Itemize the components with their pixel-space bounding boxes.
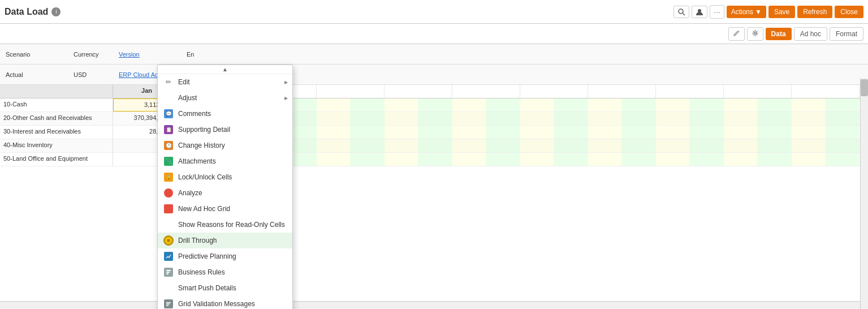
drill-through-icon — [163, 235, 174, 246]
svg-rect-4 — [166, 270, 171, 271]
menu-label-change-history: Change History — [178, 141, 225, 149]
menu-label-analyze: Analyze — [178, 189, 202, 197]
menu-item-change-history[interactable]: 🕐 Change History — [158, 138, 292, 153]
svg-line-1 — [683, 13, 685, 15]
menu-item-smart-push[interactable]: Smart Push Details — [158, 280, 292, 296]
grid-area: Scenario Currency Version En Actual USD … — [0, 44, 868, 309]
menu-item-attachments[interactable]: 📎 Attachments — [158, 153, 292, 169]
tab-adhoc[interactable]: Ad hoc — [794, 27, 827, 41]
menu-item-drill-through[interactable]: Drill Through — [158, 233, 292, 248]
settings-button[interactable] — [747, 27, 763, 41]
table-row: 30-Interest and Receivables 28,833.00 — [0, 126, 868, 139]
grid-body: 10-Cash 3,113,437.2 20-Other Cash and Re… — [0, 98, 868, 166]
row-label-land: 50-Land Office and Equipment — [0, 153, 113, 166]
business-rules-icon — [163, 267, 174, 277]
table-row: 50-Land Office and Equipment 165.90 — [0, 153, 868, 166]
scenario-header-row: Scenario Currency Version En — [0, 44, 868, 65]
menu-label-smart-push: Smart Push Details — [178, 284, 236, 292]
scenario-values-row: Actual USD ERP Cloud Adapter ERP — [0, 65, 868, 85]
menu-label-show-reasons: Show Reasons for Read-Only Cells — [178, 221, 285, 229]
menu-label-new-adhoc-grid: New Ad Hoc Grid — [178, 205, 230, 213]
menu-item-lock-unlock[interactable]: 🔒 Lock/Unlock Cells — [158, 169, 292, 185]
currency-usd: USD — [70, 70, 115, 79]
tab-data[interactable]: Data — [766, 28, 792, 40]
adjust-icon — [163, 93, 174, 103]
comments-icon: 💬 — [163, 109, 174, 119]
menu-item-edit[interactable]: ✏ Edit — [158, 74, 292, 90]
svg-point-3 — [754, 32, 756, 34]
scenario-header: Scenario — [2, 50, 70, 59]
analyze-icon — [163, 188, 174, 198]
adhoc-grid-icon — [163, 204, 174, 214]
row-label-cash: 10-Cash — [0, 98, 113, 111]
menu-label-adjust: Adjust — [178, 94, 197, 102]
svg-rect-6 — [166, 273, 169, 274]
menu-item-analyze[interactable]: Analyze — [158, 185, 292, 201]
row-label-other-cash: 20-Other Cash and Receivables — [0, 112, 113, 125]
supporting-detail-icon: 📋 — [163, 125, 174, 135]
row-label-interest: 30-Interest and Receivables — [0, 126, 113, 139]
version-header[interactable]: Version — [115, 50, 183, 59]
menu-item-show-reasons[interactable]: Show Reasons for Read-Only Cells — [158, 217, 292, 233]
search-button[interactable] — [673, 6, 689, 18]
top-bar-right: ··· Actions ▼ Save Refresh Close — [673, 5, 863, 19]
currency-header: Currency — [70, 50, 115, 59]
menu-item-comments[interactable]: 💬 Comments — [158, 106, 292, 122]
change-history-icon: 🕐 — [163, 140, 174, 151]
lock-icon: 🔒 — [163, 172, 174, 182]
actions-button[interactable]: Actions ▼ — [727, 6, 766, 18]
pencil-button[interactable] — [728, 27, 745, 41]
attachments-icon: 📎 — [163, 156, 174, 166]
row-label-inventory: 40-Misc Inventory — [0, 139, 113, 152]
tab-format[interactable]: Format — [830, 27, 863, 41]
show-reasons-icon — [163, 220, 174, 230]
menu-label-attachments: Attachments — [178, 157, 216, 165]
scrollbar-thumb[interactable] — [861, 79, 868, 96]
menu-label-predictive-planning: Predictive Planning — [178, 252, 236, 260]
top-bar-left: Data Load i — [5, 7, 61, 17]
entity-header: En — [183, 50, 217, 59]
close-button[interactable]: Close — [835, 6, 863, 18]
svg-rect-5 — [166, 272, 170, 273]
table-row: 40-Misc Inventory 674.38 — [0, 139, 868, 153]
smart-push-icon — [163, 283, 174, 293]
table-row: 10-Cash 3,113,437.2 — [0, 98, 868, 112]
refresh-button[interactable]: Refresh — [797, 6, 832, 18]
scenario-actual: Actual — [2, 70, 70, 79]
svg-rect-8 — [166, 304, 170, 305]
info-icon[interactable]: i — [51, 7, 61, 16]
context-menu: ▲ ✏ Edit Adjust 💬 Comments 📋 Suppo — [157, 65, 293, 309]
menu-item-predictive-planning[interactable]: Predictive Planning — [158, 248, 292, 264]
menu-label-comments: Comments — [178, 110, 211, 118]
menu-label-grid-validation: Grid Validation Messages — [178, 300, 255, 308]
vertical-scrollbar[interactable] — [860, 78, 868, 309]
top-bar: Data Load i ··· Actions ▼ Save Refresh C… — [0, 0, 868, 24]
menu-label-business-rules: Business Rules — [178, 268, 225, 276]
user-button[interactable] — [692, 6, 707, 18]
edit-icon: ✏ — [163, 77, 174, 87]
grid-label-header — [0, 85, 113, 98]
menu-label-lock-unlock: Lock/Unlock Cells — [178, 173, 232, 181]
toolbar-row: Data Ad hoc Format — [0, 24, 868, 44]
menu-item-grid-validation[interactable]: Grid Validation Messages — [158, 296, 292, 309]
svg-point-0 — [679, 9, 683, 14]
menu-item-supporting-detail[interactable]: 📋 Supporting Detail — [158, 122, 292, 138]
menu-label-supporting-detail: Supporting Detail — [178, 126, 230, 134]
grid-validation-icon — [163, 299, 174, 309]
menu-item-adjust[interactable]: Adjust — [158, 90, 292, 106]
predictive-planning-icon — [163, 251, 174, 261]
menu-scroll-up[interactable]: ▲ — [158, 65, 292, 74]
horizontal-scrollbar[interactable] — [0, 301, 860, 309]
table-row: 20-Other Cash and Receivables 370,394,50… — [0, 112, 868, 126]
svg-rect-9 — [166, 305, 169, 306]
menu-label-drill-through: Drill Through — [178, 237, 217, 244]
main-area: Scenario Currency Version En Actual USD … — [0, 44, 868, 309]
menu-item-new-adhoc-grid[interactable]: New Ad Hoc Grid — [158, 201, 292, 217]
page-title: Data Load — [5, 7, 48, 17]
svg-rect-7 — [166, 302, 171, 303]
more-options-button[interactable]: ··· — [710, 5, 724, 19]
grid-header: Jan — [0, 85, 868, 98]
menu-item-business-rules[interactable]: Business Rules — [158, 264, 292, 280]
menu-label-edit: Edit — [178, 78, 190, 86]
save-button[interactable]: Save — [768, 6, 795, 18]
